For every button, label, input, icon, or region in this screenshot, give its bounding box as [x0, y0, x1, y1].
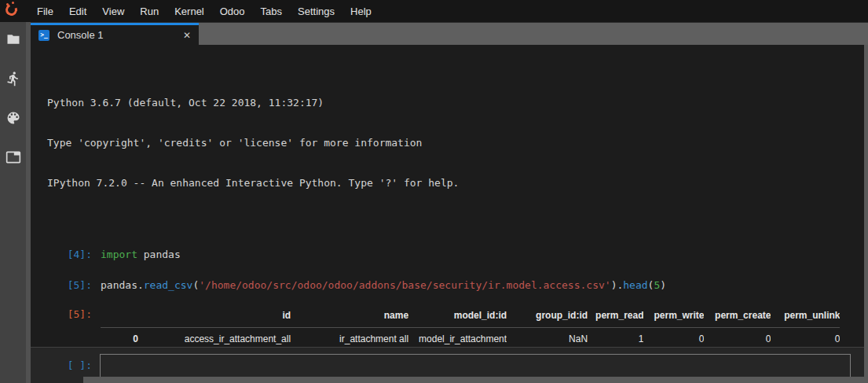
row-index: 0 — [101, 328, 138, 348]
logo-dot — [12, 2, 14, 4]
column-header: group_id:id — [507, 304, 588, 328]
access-table: idnamemodel_id:idgroup_id:idperm_readper… — [101, 304, 840, 347]
empty-input-prompt: [ ]: — [64, 359, 92, 371]
menu-item-odoo[interactable]: Odoo — [212, 1, 253, 22]
tab-label: Console 1 — [57, 29, 175, 41]
kernel-banner: Python 3.6.7 (default, Oct 22 2018, 11:3… — [31, 69, 868, 216]
cell: ir_attachment all — [291, 328, 408, 348]
console-scroll-area: Python 3.6.7 (default, Oct 22 2018, 11:3… — [31, 45, 868, 347]
input-prompt: [5]: — [64, 278, 92, 292]
table-row: 0access_ir_attachment_allir_attachment a… — [101, 328, 840, 348]
menu-bar: FileEditViewRunKernelOdooTabsSettingsHel… — [0, 0, 868, 22]
tab-console-1[interactable]: >_ Console 1 ✕ — [31, 23, 199, 45]
dock-panel: >_ Console 1 ✕ Python 3.6.7 (default, Oc… — [31, 22, 868, 383]
cell: 0 — [643, 328, 704, 348]
column-header: perm_create — [704, 304, 771, 328]
cell: 1 — [588, 328, 643, 348]
column-header: model_id:id — [408, 304, 507, 328]
column-header: name — [291, 304, 408, 328]
banner-line: IPython 7.2.0 -- An enhanced Interactive… — [47, 176, 868, 190]
running-sessions-icon[interactable] — [5, 71, 21, 87]
column-header: id — [138, 304, 291, 328]
tab-bar: >_ Console 1 ✕ — [31, 22, 868, 45]
console-icon: >_ — [38, 30, 49, 41]
menu-item-settings[interactable]: Settings — [290, 1, 342, 22]
input-cell-5: [5]: pandas.read_csv('/home/odoo/src/odo… — [31, 278, 868, 292]
code-line: import pandas — [101, 248, 181, 261]
column-header: perm_unlink — [771, 304, 840, 328]
logo-dot — [6, 3, 9, 6]
cell: model_ir_attachment — [408, 328, 507, 348]
column-header: perm_write — [643, 304, 704, 328]
left-sidebar — [0, 22, 26, 383]
command-palette-icon[interactable] — [5, 110, 21, 126]
code-line: pandas.read_csv('/home/odoo/src/odoo/odo… — [101, 278, 666, 292]
output-prompt: [5]: — [64, 304, 92, 321]
menu-item-file[interactable]: File — [29, 1, 61, 22]
right-scrollbar[interactable] — [864, 45, 868, 383]
banner-line: Type 'copyright', 'credits' or 'license'… — [47, 136, 868, 149]
file-browser-icon[interactable] — [5, 31, 21, 47]
menu-item-tabs[interactable]: Tabs — [253, 1, 290, 22]
cell: 0 — [771, 328, 840, 348]
column-header: perm_read — [588, 304, 643, 328]
odoo-sh-logo-icon — [0, 0, 26, 22]
cell: access_ir_attachment_all — [138, 328, 291, 348]
main-area: >_ Console 1 ✕ Python 3.6.7 (default, Oc… — [0, 22, 868, 383]
menu-item-kernel[interactable]: Kernel — [167, 1, 212, 22]
code-input[interactable] — [100, 354, 851, 377]
column-header — [101, 304, 138, 328]
bottom-border — [83, 377, 868, 383]
output-cell-5: [5]: idnamemodel_id:idgroup_id:idperm_re… — [31, 304, 868, 347]
open-tabs-icon[interactable] — [5, 149, 21, 165]
menu-item-help[interactable]: Help — [342, 1, 379, 22]
table-header-row: idnamemodel_id:idgroup_id:idperm_readper… — [101, 304, 840, 328]
input-cell-4: [4]: import pandas — [31, 248, 868, 261]
menu-item-run[interactable]: Run — [132, 1, 167, 22]
jupyterlab-window: FileEditViewRunKernelOdooTabsSettingsHel… — [0, 0, 868, 383]
cell: 0 — [704, 328, 771, 348]
banner-line: Python 3.6.7 (default, Oct 22 2018, 11:3… — [47, 96, 868, 109]
close-icon[interactable]: ✕ — [183, 30, 191, 41]
input-prompt: [4]: — [64, 248, 92, 261]
console-panel: Python 3.6.7 (default, Oct 22 2018, 11:3… — [31, 45, 868, 383]
menu-item-view[interactable]: View — [94, 1, 132, 22]
menu-items: FileEditViewRunKernelOdooTabsSettingsHel… — [29, 1, 379, 22]
menu-item-edit[interactable]: Edit — [61, 1, 94, 22]
cell: NaN — [507, 328, 588, 348]
